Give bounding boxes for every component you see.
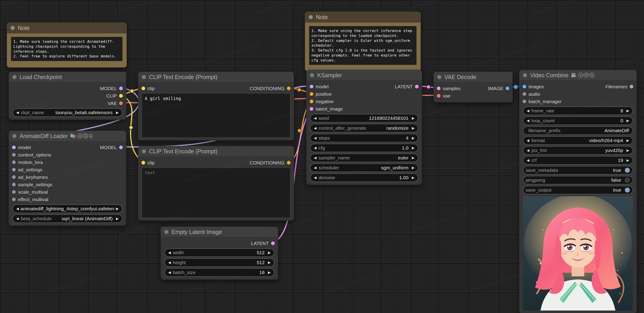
widget-sampler-name[interactable]: ◀sampler_nameeuler▶ <box>310 154 418 162</box>
input-port-audio[interactable] <box>522 92 526 96</box>
collapse-dot-icon[interactable] <box>12 134 16 138</box>
widget-width[interactable]: ◀width512▶ <box>164 248 274 257</box>
collapse-dot-icon[interactable] <box>309 15 313 19</box>
increment-arrow-icon[interactable]: ▶ <box>625 117 631 125</box>
collapse-dot-icon[interactable] <box>523 73 527 77</box>
input-port-latent-image[interactable] <box>310 107 314 111</box>
increment-arrow-icon[interactable]: ▶ <box>114 109 120 116</box>
widget-format[interactable]: ◀formatvideo/h264-mp4▶ <box>523 136 633 145</box>
input-port-vae[interactable] <box>437 94 440 98</box>
node-clip-text-encode-positive[interactable]: CLIP Text Encode (Prompt) clipCONDITIONI… <box>138 72 294 141</box>
negative-prompt-textarea[interactable] <box>142 168 290 218</box>
node-video-combine[interactable]: Video Combine ⓋⒽⓈ imagesFilenamesaudioba… <box>519 70 637 313</box>
increment-arrow-icon[interactable]: ▶ <box>410 154 416 162</box>
increment-arrow-icon[interactable]: ▶ <box>410 124 416 132</box>
input-port-samples[interactable] <box>437 86 440 90</box>
input-port-motion-lora[interactable] <box>12 160 16 164</box>
node-titlebar[interactable]: CLIP Text Encode (Prompt) <box>138 146 294 157</box>
decrement-arrow-icon[interactable]: ◀ <box>15 215 20 222</box>
output-port-latent[interactable] <box>271 241 275 245</box>
decrement-arrow-icon[interactable]: ◀ <box>15 109 20 116</box>
widget-loop-count[interactable]: ◀loop_count0▶ <box>523 116 633 125</box>
widget-crf[interactable]: ◀crf19▶ <box>523 156 633 164</box>
output-port-latent[interactable] <box>415 85 419 89</box>
output-port-vae[interactable] <box>119 101 123 105</box>
input-port-sample-settings[interactable] <box>12 183 16 186</box>
input-port-clip[interactable] <box>142 86 145 90</box>
increment-arrow-icon[interactable]: ▶ <box>410 114 416 122</box>
widget-value[interactable]: ◀animatediff_lightning_4step_comfyui.saf… <box>12 204 122 213</box>
output-port-conditioning[interactable] <box>287 86 291 90</box>
node-titlebar[interactable]: Note <box>7 23 126 33</box>
widget-pix-fmt[interactable]: ◀pix_fmtyuv420p▶ <box>523 146 633 155</box>
input-port-effect-multival[interactable] <box>12 197 16 201</box>
widget-cfg[interactable]: ◀cfg1.0▶ <box>310 144 418 152</box>
node-note-1[interactable]: Note 1. Make sure loading the correct An… <box>7 22 127 68</box>
widget-save-output[interactable]: save_outputtrue <box>523 186 633 194</box>
node-titlebar[interactable]: Empty Latent Image <box>161 227 278 237</box>
widget-filename-prefix[interactable]: filename_prefixAnimateDiff <box>523 126 633 135</box>
increment-arrow-icon[interactable]: ▶ <box>410 164 416 171</box>
node-animatediff-loader[interactable]: AnimateDiff Loader ⒶⒹ① modelMODELcontext… <box>8 131 126 226</box>
widget-height[interactable]: ◀height512▶ <box>164 258 274 267</box>
output-port-clip[interactable] <box>119 94 123 98</box>
toggle-dot[interactable] <box>625 168 630 173</box>
node-note-2[interactable]: Note 1. Make sure using the correct infe… <box>305 12 421 71</box>
collapse-dot-icon[interactable] <box>12 75 16 79</box>
increment-arrow-icon[interactable]: ▶ <box>114 205 120 213</box>
collapse-dot-icon[interactable] <box>310 73 314 77</box>
increment-arrow-icon[interactable]: ▶ <box>625 147 631 154</box>
toggle-dot[interactable] <box>625 187 630 192</box>
widget-beta-schedule[interactable]: ◀beta_schedulesqrt_linear (AnimateDiff)▶ <box>12 214 122 223</box>
node-load-checkpoint[interactable]: Load Checkpoint MODELCLIPVAE ◀ckpt_namet… <box>8 72 126 120</box>
decrement-arrow-icon[interactable]: ◀ <box>525 107 531 115</box>
toggle-dot[interactable] <box>625 178 630 183</box>
decrement-arrow-icon[interactable]: ◀ <box>312 124 318 132</box>
node-clip-text-encode-negative[interactable]: CLIP Text Encode (Prompt) clipCONDITIONI… <box>138 146 294 221</box>
decrement-arrow-icon[interactable]: ◀ <box>525 137 531 144</box>
increment-arrow-icon[interactable]: ▶ <box>114 215 120 222</box>
node-titlebar[interactable]: CLIP Text Encode (Prompt) <box>138 72 294 82</box>
node-titlebar[interactable]: AnimateDiff Loader ⒶⒹ① <box>9 131 126 142</box>
decrement-arrow-icon[interactable]: ◀ <box>312 154 318 162</box>
input-port-model[interactable] <box>310 85 314 89</box>
input-port-model[interactable] <box>12 146 16 149</box>
widget-seed[interactable]: ◀seed121690224458101▶ <box>310 114 418 123</box>
input-port-ad-keyframes[interactable] <box>12 175 16 179</box>
collapse-dot-icon[interactable] <box>142 75 146 79</box>
video-preview-image[interactable] <box>523 196 633 311</box>
collapse-dot-icon[interactable] <box>142 149 146 153</box>
decrement-arrow-icon[interactable]: ◀ <box>167 259 172 266</box>
output-port-conditioning[interactable] <box>287 161 291 164</box>
widget-denoise[interactable]: ◀denoise1.00▶ <box>310 173 418 182</box>
decrement-arrow-icon[interactable]: ◀ <box>312 144 318 152</box>
collapse-dot-icon[interactable] <box>10 26 15 30</box>
decrement-arrow-icon[interactable]: ◀ <box>312 134 318 142</box>
increment-arrow-icon[interactable]: ▶ <box>266 259 272 266</box>
input-port-batch-manager[interactable] <box>522 100 526 103</box>
input-port-scale-multival[interactable] <box>12 190 16 194</box>
output-port-filenames[interactable] <box>630 85 634 89</box>
input-port-negative[interactable] <box>310 100 314 103</box>
decrement-arrow-icon[interactable]: ◀ <box>525 156 531 164</box>
input-port-images[interactable] <box>522 85 526 89</box>
input-port-positive[interactable] <box>310 92 314 96</box>
increment-arrow-icon[interactable]: ▶ <box>410 144 416 152</box>
decrement-arrow-icon[interactable]: ◀ <box>525 147 531 154</box>
decrement-arrow-icon[interactable]: ◀ <box>15 205 20 213</box>
increment-arrow-icon[interactable]: ▶ <box>625 107 631 115</box>
decrement-arrow-icon[interactable]: ◀ <box>167 269 172 276</box>
node-titlebar[interactable]: Video Combine ⓋⒽⓈ <box>519 70 636 81</box>
widget-frame-rate[interactable]: ◀frame_rate8▶ <box>523 107 633 115</box>
widget-batch-size[interactable]: ◀batch_size16▶ <box>164 268 274 277</box>
widget-scheduler[interactable]: ◀schedulersgm_uniform▶ <box>310 163 418 172</box>
widget-pingpong[interactable]: pingpongfalse <box>523 176 633 184</box>
increment-arrow-icon[interactable]: ▶ <box>266 249 272 257</box>
decrement-arrow-icon[interactable]: ◀ <box>312 114 318 122</box>
node-ksampler[interactable]: KSampler modelLATENTpositivenegativelate… <box>306 70 422 185</box>
decrement-arrow-icon[interactable]: ◀ <box>525 117 531 125</box>
node-titlebar[interactable]: Note <box>305 12 420 22</box>
node-titlebar[interactable]: KSampler <box>306 70 422 81</box>
increment-arrow-icon[interactable]: ▶ <box>625 156 631 164</box>
output-port-image[interactable] <box>506 86 510 90</box>
